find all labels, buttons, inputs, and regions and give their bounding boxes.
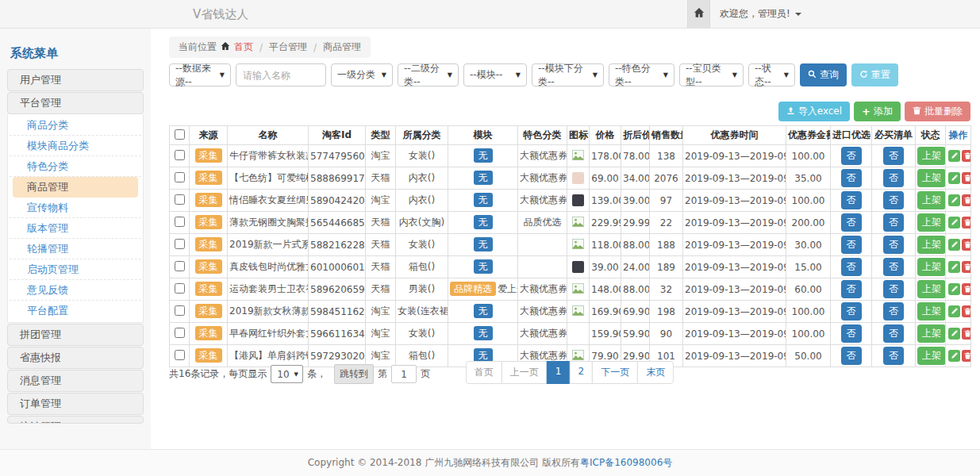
status-button[interactable]: 上架: [917, 213, 946, 232]
import-select-toggle[interactable]: 否: [841, 213, 862, 232]
sidebar-item-savings-bulletin[interactable]: 省惠快报: [7, 347, 144, 369]
row-checkbox[interactable]: [175, 261, 185, 271]
sidebar-item-platform-management[interactable]: 平台管理: [7, 92, 144, 114]
jump-page-input[interactable]: [391, 365, 417, 383]
delete-button[interactable]: [962, 194, 971, 206]
delete-button[interactable]: [962, 305, 971, 317]
must-buy-toggle[interactable]: 否: [883, 213, 904, 232]
import-excel-button[interactable]: 导入excel: [778, 102, 850, 121]
row-checkbox[interactable]: [175, 283, 185, 294]
sidebar-subitem-version-management[interactable]: 版本管理: [10, 218, 141, 239]
sidebar-subitem-splash-page-management[interactable]: 启动页管理: [10, 259, 141, 280]
edit-button[interactable]: [948, 261, 960, 273]
import-select-toggle[interactable]: 否: [841, 147, 862, 165]
import-select-toggle[interactable]: 否: [841, 236, 862, 254]
user-menu[interactable]: 欢迎您，管理员!: [720, 0, 801, 28]
row-checkbox[interactable]: [175, 150, 185, 160]
row-checkbox[interactable]: [175, 217, 185, 227]
status-button[interactable]: 上架: [917, 147, 946, 165]
status-button[interactable]: 上架: [917, 169, 946, 187]
status-button[interactable]: 上架: [917, 258, 946, 276]
home-button[interactable]: [687, 0, 710, 28]
sidebar-subitem-carousel-management[interactable]: 轮播管理: [10, 239, 141, 259]
edit-button[interactable]: [948, 217, 960, 228]
delete-button[interactable]: [962, 350, 971, 362]
select-all-checkbox[interactable]: [175, 129, 185, 140]
pager-last-page[interactable]: 末页: [637, 361, 674, 384]
must-buy-toggle[interactable]: 否: [883, 191, 904, 209]
edit-button[interactable]: [948, 350, 960, 362]
pager-prev-page[interactable]: 上一页: [502, 361, 548, 384]
sidebar-item-message-management[interactable]: 消息管理: [7, 370, 144, 392]
add-button[interactable]: + 添加: [854, 102, 901, 121]
sidebar-subitem-product-category[interactable]: 商品分类: [10, 115, 141, 136]
delete-button[interactable]: [962, 172, 971, 184]
delete-button[interactable]: [962, 239, 971, 251]
edit-button[interactable]: [948, 172, 960, 184]
sidebar-subitem-product-management[interactable]: 商品管理: [13, 177, 138, 198]
must-buy-toggle[interactable]: 否: [883, 236, 904, 254]
pager-page-2[interactable]: 2: [570, 361, 594, 384]
sidebar-item-order-management[interactable]: 订单管理: [7, 393, 144, 415]
status-button[interactable]: 上架: [917, 280, 946, 298]
row-checkbox[interactable]: [175, 172, 185, 182]
filter-select-status[interactable]: --状态--▼: [748, 63, 795, 86]
delete-button[interactable]: [962, 217, 971, 228]
status-button[interactable]: 上架: [917, 324, 946, 343]
import-select-toggle[interactable]: 否: [841, 280, 862, 298]
must-buy-toggle[interactable]: 否: [883, 324, 904, 343]
row-checkbox[interactable]: [175, 350, 185, 360]
pager-page-1[interactable]: 1: [547, 361, 571, 384]
status-button[interactable]: 上架: [917, 236, 946, 254]
row-checkbox[interactable]: [175, 239, 185, 249]
edit-button[interactable]: [948, 328, 960, 340]
edit-button[interactable]: [948, 150, 960, 162]
import-select-toggle[interactable]: 否: [841, 191, 862, 209]
sidebar-subitem-module-product-category[interactable]: 模块商品分类: [10, 136, 141, 156]
import-select-toggle[interactable]: 否: [841, 302, 862, 321]
row-checkbox[interactable]: [175, 194, 185, 205]
edit-button[interactable]: [948, 239, 960, 251]
row-checkbox[interactable]: [175, 305, 185, 316]
sidebar-subitem-promo-materials[interactable]: 宣传物料: [10, 198, 141, 218]
sidebar-subitem-feedback[interactable]: 意见反馈: [10, 280, 141, 301]
delete-button[interactable]: [962, 328, 971, 340]
must-buy-toggle[interactable]: 否: [883, 280, 904, 298]
import-select-toggle[interactable]: 否: [841, 169, 862, 187]
must-buy-toggle[interactable]: 否: [883, 258, 904, 276]
status-button[interactable]: 上架: [917, 302, 946, 321]
import-select-toggle[interactable]: 否: [841, 324, 862, 343]
sidebar-item-user-management[interactable]: 用户管理: [7, 69, 144, 91]
sidebar-subitem-platform-config[interactable]: 平台配置: [10, 301, 141, 321]
pager-first-page[interactable]: 首页: [466, 361, 502, 384]
per-page-select[interactable]: 10 ▼: [271, 365, 303, 383]
filter-select-item-type[interactable]: --宝贝类型--▼: [679, 63, 744, 86]
filter-select-data-source[interactable]: --数据来源--▼: [169, 63, 231, 86]
query-button[interactable]: 查询: [800, 63, 847, 86]
edit-button[interactable]: [948, 194, 960, 206]
must-buy-toggle[interactable]: 否: [883, 302, 904, 321]
must-buy-toggle[interactable]: 否: [883, 169, 904, 187]
must-buy-toggle[interactable]: 否: [883, 147, 904, 165]
sidebar-item-group-buy-management[interactable]: 拼团管理: [7, 324, 144, 346]
delete-button[interactable]: [962, 283, 971, 295]
edit-button[interactable]: [948, 305, 960, 317]
icp-link[interactable]: 粤ICP备16098006号: [580, 456, 672, 470]
filter-select-module-subcategory[interactable]: --模块下分类--▼: [532, 63, 604, 86]
filter-input-name[interactable]: [236, 63, 326, 86]
filter-select-level1-category[interactable]: 一级分类▼: [331, 63, 393, 86]
delete-button[interactable]: [962, 261, 971, 273]
filter-select-featured-category[interactable]: --特色分类--▼: [609, 63, 674, 86]
filter-select-module[interactable]: --模块--▼: [463, 63, 527, 86]
import-select-toggle[interactable]: 否: [841, 258, 862, 276]
pager-next-page[interactable]: 下一页: [592, 361, 638, 384]
batch-delete-button[interactable]: 批量删除: [905, 102, 970, 121]
status-button[interactable]: 上架: [917, 191, 946, 209]
row-checkbox[interactable]: [175, 328, 185, 338]
jump-button[interactable]: 跳转到: [334, 364, 374, 384]
sidebar-item-exchange-management[interactable]: 统计管理: [7, 416, 144, 424]
filter-select-level2-category[interactable]: --二级分类--▼: [398, 63, 459, 86]
delete-button[interactable]: [962, 150, 971, 162]
reset-button[interactable]: 重置: [851, 63, 898, 86]
sidebar-subitem-featured-category[interactable]: 特色分类: [10, 156, 141, 177]
